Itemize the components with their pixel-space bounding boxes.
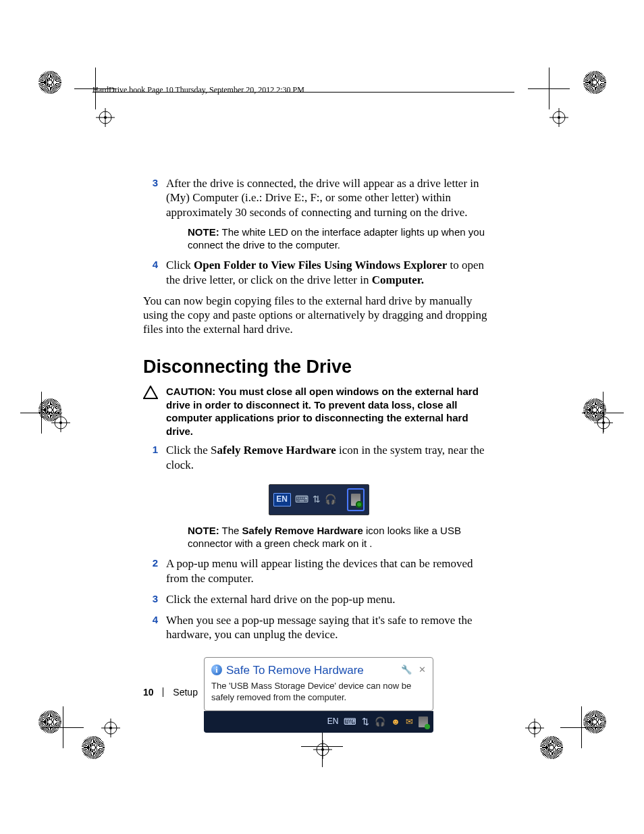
step-number: 3 — [143, 592, 158, 606]
header-rule — [92, 92, 514, 93]
wrench-icon: 🔧 — [401, 664, 412, 675]
step-text: Click the external hard drive on the pop… — [166, 592, 494, 606]
body-paragraph: You can now begin copying files to the e… — [143, 294, 494, 337]
step-1: 1 Click the Safely Remove Hardware icon … — [143, 443, 494, 472]
note-icon — [166, 226, 181, 240]
crop-mark-icon — [42, 706, 84, 748]
page-number: 10 — [143, 687, 154, 698]
registration-mark-icon — [540, 736, 563, 759]
keyboard-icon: ⌨ — [344, 716, 356, 727]
step-text: Click Open Folder to View Files Using Wi… — [166, 258, 494, 287]
note-icon — [166, 525, 181, 538]
registration-mark-icon — [82, 736, 105, 759]
info-icon: i — [211, 664, 222, 675]
safely-remove-hardware-icon — [347, 488, 365, 511]
crop-mark-icon — [528, 68, 570, 109]
systray-figure: EN ⌨ ⇅ 🎧 — [269, 484, 369, 515]
safely-remove-hardware-icon — [419, 716, 428, 727]
step-number: 2 — [143, 556, 158, 585]
language-badge: EN — [327, 716, 339, 727]
note-block: NOTE: The Safely Remove Hardware icon lo… — [166, 525, 494, 550]
balloon-titlebar: i Safe To Remove Hardware 🔧 ✕ — [211, 663, 426, 677]
network-icon: ⇅ — [313, 494, 321, 506]
step-3: 3 After the drive is connected, the driv… — [143, 176, 494, 219]
face-icon: ☻ — [391, 716, 400, 727]
step-number: 4 — [143, 613, 158, 642]
step-number: 1 — [143, 443, 158, 472]
footer-separator — [163, 687, 163, 697]
step-4b: 4 When you see a pop-up message saying t… — [143, 613, 494, 642]
register-target-icon — [313, 740, 332, 759]
register-target-icon — [51, 413, 70, 432]
step-text: After the drive is connected, the drive … — [166, 176, 494, 219]
close-icon: ✕ — [419, 664, 426, 675]
footer-section: Setup — [173, 687, 198, 698]
section-heading: Disconnecting the Drive — [143, 356, 494, 379]
headphones-icon: 🎧 — [325, 494, 336, 506]
caution-block: CAUTION: You must close all open windows… — [143, 385, 494, 438]
note-label: NOTE: — [188, 525, 219, 536]
headphones-icon: 🎧 — [375, 716, 385, 727]
registration-mark-icon — [38, 71, 61, 94]
note-label: NOTE: — [188, 226, 219, 238]
step-text: When you see a pop-up message saying tha… — [166, 613, 494, 642]
svg-marker-28 — [144, 386, 157, 398]
register-target-icon — [96, 108, 115, 127]
crop-mark-icon — [560, 706, 602, 748]
page-footer: 10 Setup — [143, 687, 198, 698]
step-text: Click the Safely Remove Hardware icon in… — [166, 443, 494, 472]
step-number: 3 — [143, 176, 158, 219]
register-target-icon — [525, 719, 544, 737]
step-text: A pop-up menu will appear listing the de… — [166, 556, 494, 585]
note-text: NOTE: The white LED on the interface ada… — [188, 226, 494, 252]
balloon-figure: i Safe To Remove Hardware 🔧 ✕ The 'USB M… — [204, 657, 433, 733]
keyboard-icon: ⌨ — [295, 494, 308, 506]
network-icon: ⇅ — [362, 716, 369, 727]
balloon-tools: 🔧 ✕ — [401, 664, 426, 675]
taskbar: EN ⌨ ⇅ 🎧 ☻ ✉ — [204, 711, 433, 733]
step-3b: 3 Click the external hard drive on the p… — [143, 592, 494, 606]
step-2: 2 A pop-up menu will appear listing the … — [143, 556, 494, 585]
caution-icon — [143, 385, 158, 438]
registration-mark-icon — [583, 71, 606, 94]
balloon: i Safe To Remove Hardware 🔧 ✕ The 'USB M… — [204, 657, 433, 711]
step-4: 4 Click Open Folder to View Files Using … — [143, 258, 494, 287]
balloon-title: Safe To Remove Hardware — [226, 663, 364, 677]
register-target-icon — [549, 108, 568, 127]
caution-text: CAUTION: You must close all open windows… — [166, 385, 494, 438]
page: HardDrive.book Page 10 Thursday, Septemb… — [0, 0, 644, 834]
register-target-icon — [101, 719, 120, 737]
step-number: 4 — [143, 258, 158, 287]
running-head: HardDrive.book Page 10 Thursday, Septemb… — [92, 85, 304, 95]
register-target-icon — [594, 413, 613, 432]
note-block: NOTE: The white LED on the interface ada… — [166, 226, 494, 252]
mail-icon: ✉ — [406, 716, 413, 727]
balloon-body: The 'USB Mass Storage Device' device can… — [211, 680, 426, 704]
note-text: NOTE: The Safely Remove Hardware icon lo… — [188, 525, 494, 550]
language-badge: EN — [273, 493, 291, 506]
content-column: 3 After the drive is connected, the driv… — [143, 176, 494, 733]
